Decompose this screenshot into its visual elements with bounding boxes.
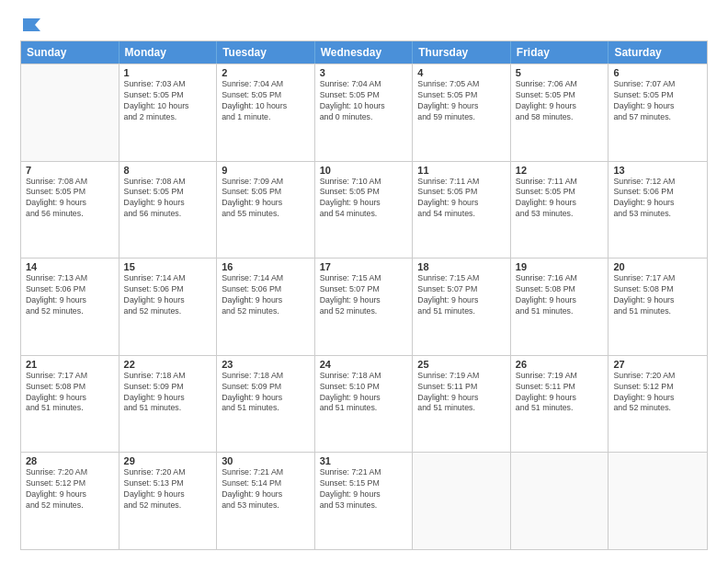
cell-line: and 56 minutes.: [124, 209, 212, 220]
calendar-cell: 13Sunrise: 7:12 AMSunset: 5:06 PMDayligh…: [609, 162, 707, 259]
cell-line: Sunrise: 7:11 AM: [417, 177, 506, 188]
calendar-row-0: 1Sunrise: 7:03 AMSunset: 5:05 PMDaylight…: [21, 63, 707, 161]
cell-line: Sunrise: 7:03 AM: [124, 79, 212, 90]
cell-line: and 53 minutes.: [222, 500, 310, 511]
day-number: 20: [613, 261, 702, 272]
calendar-cell: 17Sunrise: 7:15 AMSunset: 5:07 PMDayligh…: [315, 259, 414, 355]
calendar-cell: 5Sunrise: 7:06 AMSunset: 5:05 PMDaylight…: [511, 64, 609, 161]
cell-line: Daylight: 9 hours: [124, 295, 212, 306]
cell-line: Sunset: 5:05 PM: [516, 90, 604, 101]
cell-line: Sunrise: 7:20 AM: [124, 467, 212, 478]
cell-line: and 51 minutes.: [613, 306, 702, 317]
cell-line: Sunset: 5:05 PM: [124, 90, 212, 101]
cell-line: Sunset: 5:11 PM: [516, 382, 604, 393]
logo-flag-icon: [22, 17, 42, 33]
header-day-tuesday: Tuesday: [217, 41, 315, 63]
cell-line: and 52 minutes.: [124, 306, 212, 317]
cell-line: Sunrise: 7:15 AM: [417, 273, 506, 284]
cell-line: Daylight: 9 hours: [124, 198, 212, 209]
cell-line: Sunrise: 7:20 AM: [26, 467, 114, 478]
calendar-cell: 7Sunrise: 7:08 AMSunset: 5:05 PMDaylight…: [21, 162, 119, 259]
cell-line: Daylight: 9 hours: [613, 295, 702, 306]
cell-line: Sunset: 5:06 PM: [222, 284, 310, 295]
day-number: 13: [613, 165, 702, 176]
calendar-cell: 14Sunrise: 7:13 AMSunset: 5:06 PMDayligh…: [21, 259, 119, 355]
cell-line: and 51 minutes.: [320, 403, 408, 414]
calendar-cell: 3Sunrise: 7:04 AMSunset: 5:05 PMDaylight…: [315, 64, 414, 161]
calendar: SundayMondayTuesdayWednesdayThursdayFrid…: [20, 40, 708, 550]
calendar-cell: 12Sunrise: 7:11 AMSunset: 5:05 PMDayligh…: [511, 162, 609, 259]
cell-line: Sunrise: 7:09 AM: [222, 177, 310, 188]
cell-line: Daylight: 9 hours: [320, 489, 408, 500]
cell-line: Daylight: 10 hours: [222, 101, 310, 112]
cell-line: and 54 minutes.: [320, 209, 408, 220]
day-number: 8: [124, 165, 212, 176]
cell-line: Sunset: 5:09 PM: [222, 382, 310, 393]
day-number: 2: [222, 67, 310, 78]
cell-line: Daylight: 10 hours: [320, 101, 408, 112]
logo: [20, 17, 42, 33]
cell-line: Sunrise: 7:08 AM: [124, 177, 212, 188]
cell-line: Sunrise: 7:19 AM: [417, 371, 506, 382]
cell-line: Sunset: 5:14 PM: [222, 478, 310, 489]
cell-line: Sunrise: 7:21 AM: [222, 467, 310, 478]
cell-line: Sunrise: 7:14 AM: [222, 273, 310, 284]
cell-line: and 51 minutes.: [124, 403, 212, 414]
calendar-cell: [413, 453, 511, 549]
cell-line: Sunset: 5:05 PM: [417, 187, 506, 198]
cell-line: Sunrise: 7:17 AM: [26, 371, 114, 382]
cell-line: and 52 minutes.: [320, 306, 408, 317]
cell-line: Sunset: 5:12 PM: [613, 382, 702, 393]
calendar-cell: [21, 64, 119, 161]
calendar-cell: 28Sunrise: 7:20 AMSunset: 5:12 PMDayligh…: [21, 453, 119, 549]
day-number: 30: [222, 455, 310, 466]
cell-line: Sunset: 5:06 PM: [124, 284, 212, 295]
day-number: 14: [26, 261, 114, 272]
cell-line: Sunrise: 7:21 AM: [320, 467, 408, 478]
cell-line: Sunrise: 7:04 AM: [320, 79, 408, 90]
calendar-header: SundayMondayTuesdayWednesdayThursdayFrid…: [21, 41, 707, 63]
cell-line: and 59 minutes.: [417, 112, 506, 123]
cell-line: Sunset: 5:05 PM: [516, 187, 604, 198]
calendar-cell: 6Sunrise: 7:07 AMSunset: 5:05 PMDaylight…: [609, 64, 707, 161]
calendar-cell: 10Sunrise: 7:10 AMSunset: 5:05 PMDayligh…: [315, 162, 414, 259]
day-number: 7: [26, 165, 114, 176]
calendar-cell: 31Sunrise: 7:21 AMSunset: 5:15 PMDayligh…: [315, 453, 414, 549]
cell-line: and 51 minutes.: [417, 306, 506, 317]
cell-line: Sunset: 5:08 PM: [26, 382, 114, 393]
cell-line: Daylight: 9 hours: [320, 198, 408, 209]
cell-line: and 52 minutes.: [26, 306, 114, 317]
cell-line: Daylight: 9 hours: [26, 295, 114, 306]
cell-line: Daylight: 9 hours: [613, 393, 702, 404]
calendar-cell: 1Sunrise: 7:03 AMSunset: 5:05 PMDaylight…: [119, 64, 218, 161]
day-number: 29: [124, 455, 212, 466]
day-number: 26: [516, 359, 604, 370]
day-number: 5: [516, 67, 604, 78]
cell-line: and 55 minutes.: [222, 209, 310, 220]
cell-line: Sunrise: 7:12 AM: [613, 177, 702, 188]
day-number: 31: [320, 455, 408, 466]
cell-line: Daylight: 9 hours: [26, 489, 114, 500]
calendar-cell: 26Sunrise: 7:19 AMSunset: 5:11 PMDayligh…: [511, 356, 609, 453]
day-number: 28: [26, 455, 114, 466]
cell-line: Sunrise: 7:11 AM: [516, 177, 604, 188]
day-number: 15: [124, 261, 212, 272]
cell-line: Sunset: 5:05 PM: [320, 187, 408, 198]
cell-line: and 54 minutes.: [417, 209, 506, 220]
cell-line: Daylight: 9 hours: [222, 489, 310, 500]
calendar-cell: [511, 453, 609, 549]
cell-line: Sunset: 5:13 PM: [124, 478, 212, 489]
cell-line: Sunset: 5:06 PM: [613, 187, 702, 198]
cell-line: Sunrise: 7:18 AM: [124, 371, 212, 382]
cell-line: Daylight: 9 hours: [516, 198, 604, 209]
day-number: 4: [417, 67, 506, 78]
day-number: 24: [320, 359, 408, 370]
cell-line: Sunset: 5:05 PM: [417, 90, 506, 101]
cell-line: Sunset: 5:05 PM: [222, 187, 310, 198]
cell-line: Daylight: 9 hours: [516, 393, 604, 404]
cell-line: Daylight: 9 hours: [222, 393, 310, 404]
cell-line: Sunrise: 7:06 AM: [516, 79, 604, 90]
cell-line: Daylight: 9 hours: [26, 198, 114, 209]
cell-line: Daylight: 9 hours: [124, 393, 212, 404]
calendar-cell: 30Sunrise: 7:21 AMSunset: 5:14 PMDayligh…: [217, 453, 315, 549]
